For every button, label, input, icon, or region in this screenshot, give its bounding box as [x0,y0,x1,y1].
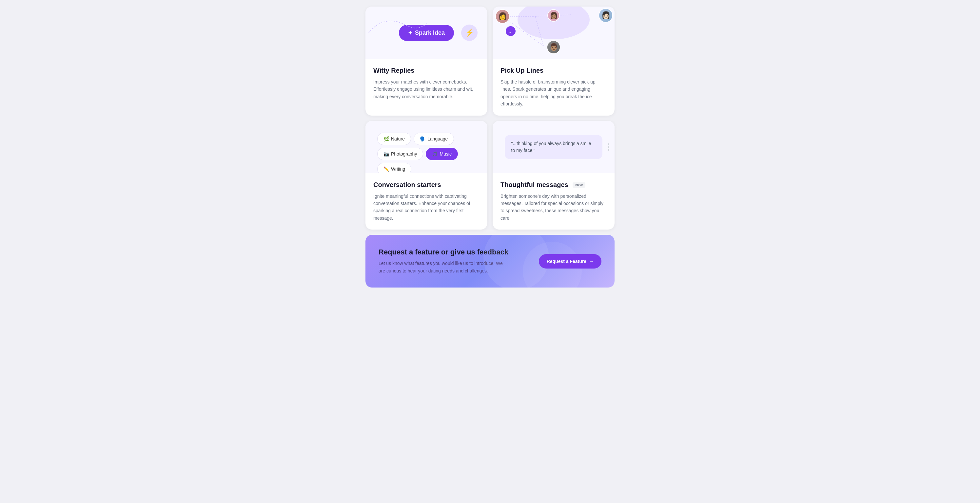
language-label: Language [427,136,448,141]
chat-dots-icon: … [508,29,513,34]
witty-replies-title: Witty Replies [373,67,479,75]
photography-emoji: 📷 [383,151,389,157]
avatar-1: 👩 [495,9,510,24]
conversation-starters-visual: 🌿 Nature 🗣️ Language 📷 Photography 🎵 Mus… [366,121,487,173]
tags-container: 🌿 Nature 🗣️ Language 📷 Photography 🎵 Mus… [372,127,481,173]
writing-emoji: ✏️ [383,167,389,171]
tag-nature[interactable]: 🌿 Nature [377,133,411,145]
scroll-dot-3 [608,149,609,151]
thoughtful-messages-card: "...thinking of you always brings a smil… [493,121,614,230]
feedback-text-area: Request a feature or give us feedback Le… [379,248,510,275]
conversation-starters-card: 🌿 Nature 🗣️ Language 📷 Photography 🎵 Mus… [366,121,487,230]
witty-replies-desc: Impress your matches with clever comebac… [373,78,479,100]
avatar-3: 👩🏻 [598,8,613,22]
lightning-icon: ⚡ [465,29,474,37]
pickup-lines-visual: … 👩 👩🏽 👩🏻 👨🏽 [493,6,614,59]
conversation-starters-desc: Ignite meaningful connections with capti… [373,192,479,222]
witty-replies-card: ✦ Spark Idea ⚡ Witty Replies Impress you… [366,6,487,116]
tag-music[interactable]: 🎵 Music [426,148,458,160]
tag-language[interactable]: 🗣️ Language [414,133,454,145]
scroll-indicator [608,143,609,151]
photography-label: Photography [391,151,417,157]
request-feature-button[interactable]: Request a Feature → [539,254,601,268]
lightning-button[interactable]: ⚡ [461,25,477,41]
feedback-title: Request a feature or give us feedback [379,248,510,256]
request-feature-label: Request a Feature [547,259,586,264]
thoughtful-messages-title: Thoughtful messages New [501,181,607,189]
language-emoji: 🗣️ [420,136,425,141]
thoughtful-messages-desc: Brighten someone's day with personalized… [501,192,607,222]
pickup-lines-desc: Skip the hassle of brainstorming clever … [501,78,607,108]
avatar-4: 👨🏽 [547,40,560,54]
tag-photography[interactable]: 📷 Photography [377,148,423,160]
scroll-dot-2 [608,146,609,148]
witty-replies-visual: ✦ Spark Idea ⚡ [366,6,487,59]
tag-writing[interactable]: ✏️ Writing [377,163,411,173]
new-badge: New [573,182,585,188]
feedback-banner: Request a feature or give us feedback Le… [366,235,614,287]
pickup-lines-card: … 👩 👩🏽 👩🏻 👨🏽 [493,6,614,116]
spark-star-icon: ✦ [408,30,412,36]
thoughtful-messages-visual: "...thinking of you always brings a smil… [493,121,614,173]
conversation-starters-content: Conversation starters Ignite meaningful … [366,173,487,230]
top-cards-row: ✦ Spark Idea ⚡ Witty Replies Impress you… [366,6,614,116]
conversation-starters-title: Conversation starters [373,181,479,189]
message-preview-bubble: "...thinking of you always brings a smil… [505,135,603,159]
middle-cards-row: 🌿 Nature 🗣️ Language 📷 Photography 🎵 Mus… [366,121,614,230]
witty-replies-content: Witty Replies Impress your matches with … [366,59,487,108]
music-label: Music [439,151,452,157]
spark-idea-button[interactable]: ✦ Spark Idea [399,25,454,41]
pickup-lines-content: Pick Up Lines Skip the hassle of brainst… [493,59,614,116]
nature-emoji: 🌿 [383,136,389,141]
feedback-desc: Let us know what features you would like… [379,260,510,275]
spark-btn-label: Spark Idea [415,30,445,36]
page-wrapper: ✦ Spark Idea ⚡ Witty Replies Impress you… [366,6,614,287]
scroll-dot-1 [608,143,609,145]
writing-label: Writing [391,167,405,171]
pickup-chat-bubble: … [506,26,515,36]
nature-label: Nature [391,136,405,141]
pickup-lines-title: Pick Up Lines [501,67,607,75]
request-feature-arrow: → [589,259,593,264]
thoughtful-messages-content: Thoughtful messages New Brighten someone… [493,173,614,230]
music-emoji: 🎵 [432,151,438,157]
message-preview-text: "...thinking of you always brings a smil… [511,141,591,153]
pickup-avatars-visual: … 👩 👩🏽 👩🏻 👨🏽 [493,6,614,59]
avatar-2: 👩🏽 [547,9,560,22]
